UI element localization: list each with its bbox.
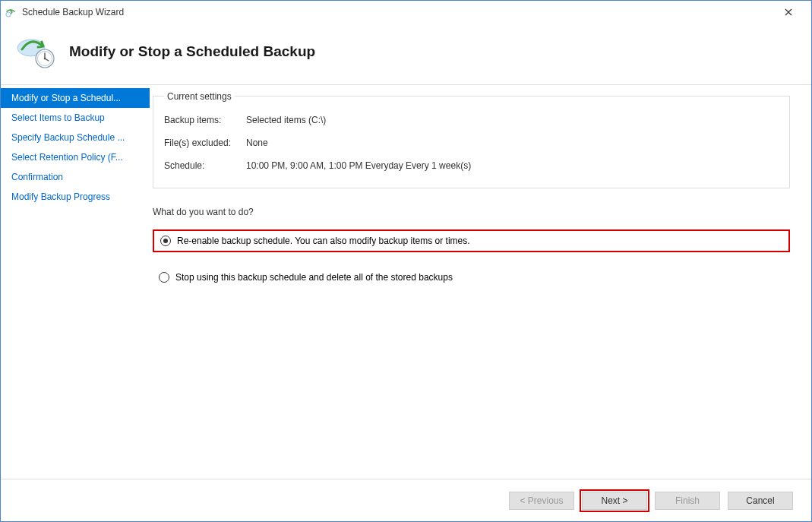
question-label: What do you want to do? — [153, 207, 790, 217]
sidebar-item-label: Specify Backup Schedule ... — [11, 132, 125, 143]
next-button[interactable]: Next > — [582, 492, 647, 510]
settings-label: Schedule: — [164, 160, 246, 171]
window-title: Schedule Backup Wizard — [22, 7, 771, 17]
settings-label: Backup items: — [164, 115, 246, 125]
content-area: Modify or Stop a Schedul... Select Items… — [1, 85, 811, 479]
settings-value: None — [246, 138, 268, 148]
svg-point-4 — [44, 58, 46, 60]
cancel-button[interactable]: Cancel — [728, 492, 793, 510]
sidebar-item-modify-stop[interactable]: Modify or Stop a Schedul... — [1, 88, 150, 108]
sidebar-item-label: Confirmation — [11, 172, 63, 182]
settings-label: File(s) excluded: — [164, 138, 246, 148]
option-label: Re-enable backup schedule. You can also … — [177, 236, 470, 246]
current-settings-group: Current settings Backup items: Selected … — [153, 96, 790, 188]
option-reenable-schedule[interactable]: Re-enable backup schedule. You can also … — [153, 229, 790, 252]
sidebar-item-select-items[interactable]: Select Items to Backup — [1, 108, 150, 128]
app-icon — [5, 6, 17, 18]
settings-row-schedule: Schedule: 10:00 PM, 9:00 AM, 1:00 PM Eve… — [164, 154, 779, 177]
settings-row-files-excluded: File(s) excluded: None — [164, 131, 779, 154]
settings-legend: Current settings — [164, 91, 235, 102]
previous-button[interactable]: < Previous — [509, 492, 574, 510]
sidebar-item-label: Modify or Stop a Schedul... — [11, 93, 121, 103]
settings-value: Selected items (C:\) — [246, 115, 326, 125]
page-title: Modify or Stop a Scheduled Backup — [69, 43, 315, 60]
sidebar-item-specify-schedule[interactable]: Specify Backup Schedule ... — [1, 128, 150, 147]
option-stop-schedule[interactable]: Stop using this backup schedule and dele… — [153, 267, 790, 287]
radio-icon — [159, 272, 169, 283]
svg-point-0 — [6, 12, 11, 17]
settings-value: 10:00 PM, 9:00 AM, 1:00 PM Everyday Ever… — [246, 160, 471, 171]
header-banner: Modify or Stop a Scheduled Backup — [1, 24, 811, 85]
wizard-footer: < Previous Next > Finish Cancel — [1, 479, 811, 521]
main-panel: Current settings Backup items: Selected … — [150, 85, 811, 479]
sidebar-item-label: Select Items to Backup — [11, 112, 105, 123]
sidebar-item-label: Modify Backup Progress — [11, 191, 110, 202]
sidebar-item-modify-progress[interactable]: Modify Backup Progress — [1, 187, 150, 207]
option-label: Stop using this backup schedule and dele… — [175, 272, 453, 283]
titlebar: Schedule Backup Wizard — [1, 1, 811, 24]
finish-button[interactable]: Finish — [655, 492, 720, 510]
sidebar-item-confirmation[interactable]: Confirmation — [1, 167, 150, 187]
radio-icon — [160, 236, 171, 246]
settings-row-backup-items: Backup items: Selected items (C:\) — [164, 109, 779, 131]
backup-clock-icon — [14, 33, 57, 71]
wizard-steps-sidebar: Modify or Stop a Schedul... Select Items… — [1, 85, 150, 479]
sidebar-item-retention-policy[interactable]: Select Retention Policy (F... — [1, 147, 150, 167]
sidebar-item-label: Select Retention Policy (F... — [11, 152, 123, 163]
close-button[interactable] — [771, 2, 805, 23]
